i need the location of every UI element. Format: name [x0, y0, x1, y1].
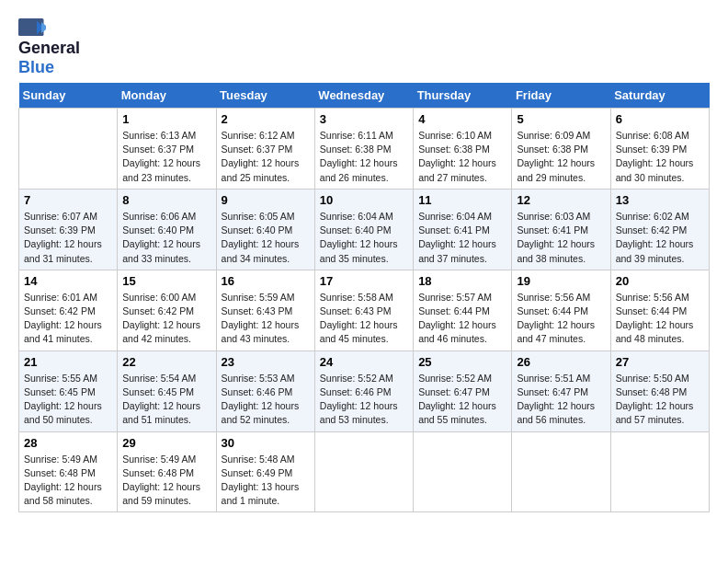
day-number: 28: [24, 436, 112, 450]
logo-text: General Blue: [18, 39, 80, 77]
logo: General Blue: [18, 18, 80, 77]
calendar-week-3: 14Sunrise: 6:01 AM Sunset: 6:42 PM Dayli…: [19, 270, 710, 350]
calendar-cell: 2Sunrise: 6:12 AM Sunset: 6:37 PM Daylig…: [216, 109, 314, 190]
calendar-cell: 14Sunrise: 6:01 AM Sunset: 6:42 PM Dayli…: [19, 270, 118, 350]
calendar-cell: 30Sunrise: 5:48 AM Sunset: 6:49 PM Dayli…: [216, 431, 314, 512]
day-number: 12: [517, 193, 605, 207]
day-number: 15: [122, 274, 210, 288]
day-number: 7: [24, 193, 112, 207]
day-content: Sunrise: 5:53 AM Sunset: 6:46 PM Dayligh…: [222, 372, 310, 428]
calendar-cell: 8Sunrise: 6:06 AM Sunset: 6:40 PM Daylig…: [118, 189, 216, 270]
day-number: 2: [222, 112, 310, 126]
day-content: Sunrise: 5:54 AM Sunset: 6:45 PM Dayligh…: [122, 372, 210, 428]
calendar-cell: 28Sunrise: 5:49 AM Sunset: 6:48 PM Dayli…: [19, 431, 118, 512]
calendar-cell: 19Sunrise: 5:56 AM Sunset: 6:44 PM Dayli…: [512, 270, 610, 350]
day-number: 19: [517, 274, 605, 288]
day-content: Sunrise: 5:56 AM Sunset: 6:44 PM Dayligh…: [616, 291, 704, 347]
calendar-cell: [512, 431, 610, 512]
day-content: Sunrise: 6:04 AM Sunset: 6:40 PM Dayligh…: [320, 210, 408, 266]
day-content: Sunrise: 5:49 AM Sunset: 6:48 PM Dayligh…: [122, 453, 210, 509]
calendar-cell: 7Sunrise: 6:07 AM Sunset: 6:39 PM Daylig…: [19, 189, 118, 270]
calendar-cell: 6Sunrise: 6:08 AM Sunset: 6:39 PM Daylig…: [610, 109, 709, 190]
calendar-cell: 13Sunrise: 6:02 AM Sunset: 6:42 PM Dayli…: [610, 189, 709, 270]
weekday-sunday: Sunday: [19, 83, 118, 109]
calendar-week-2: 7Sunrise: 6:07 AM Sunset: 6:39 PM Daylig…: [19, 189, 710, 270]
weekday-thursday: Thursday: [414, 83, 512, 109]
day-number: 22: [122, 355, 210, 369]
day-number: 16: [222, 274, 310, 288]
day-number: 14: [24, 274, 112, 288]
calendar-cell: [19, 109, 118, 190]
calendar-cell: 1Sunrise: 6:13 AM Sunset: 6:37 PM Daylig…: [118, 109, 216, 190]
day-content: Sunrise: 6:03 AM Sunset: 6:41 PM Dayligh…: [517, 210, 605, 266]
day-number: 29: [122, 436, 210, 450]
calendar-cell: 22Sunrise: 5:54 AM Sunset: 6:45 PM Dayli…: [118, 350, 216, 431]
calendar-cell: [314, 431, 413, 512]
day-content: Sunrise: 6:11 AM Sunset: 6:38 PM Dayligh…: [320, 129, 408, 185]
day-number: 20: [616, 274, 704, 288]
calendar-body: 1Sunrise: 6:13 AM Sunset: 6:37 PM Daylig…: [19, 109, 710, 512]
calendar-cell: 27Sunrise: 5:50 AM Sunset: 6:48 PM Dayli…: [610, 350, 709, 431]
calendar-cell: 12Sunrise: 6:03 AM Sunset: 6:41 PM Dayli…: [512, 189, 610, 270]
calendar-header: SundayMondayTuesdayWednesdayThursdayFrid…: [19, 83, 710, 109]
day-number: 23: [222, 355, 310, 369]
header: General Blue: [18, 18, 710, 77]
day-number: 21: [24, 355, 112, 369]
day-content: Sunrise: 5:48 AM Sunset: 6:49 PM Dayligh…: [222, 453, 310, 509]
weekday-wednesday: Wednesday: [314, 83, 413, 109]
calendar-cell: 15Sunrise: 6:00 AM Sunset: 6:42 PM Dayli…: [118, 270, 216, 350]
day-number: 25: [418, 355, 506, 369]
day-number: 4: [418, 112, 506, 126]
day-content: Sunrise: 6:10 AM Sunset: 6:38 PM Dayligh…: [418, 129, 506, 185]
day-number: 6: [616, 112, 704, 126]
day-content: Sunrise: 5:51 AM Sunset: 6:47 PM Dayligh…: [517, 372, 605, 428]
day-content: Sunrise: 6:02 AM Sunset: 6:42 PM Dayligh…: [616, 210, 704, 266]
weekday-header-row: SundayMondayTuesdayWednesdayThursdayFrid…: [19, 83, 710, 109]
calendar-cell: [610, 431, 709, 512]
day-number: 8: [122, 193, 210, 207]
day-content: Sunrise: 5:52 AM Sunset: 6:47 PM Dayligh…: [418, 372, 506, 428]
calendar-cell: 29Sunrise: 5:49 AM Sunset: 6:48 PM Dayli…: [118, 431, 216, 512]
calendar-cell: 20Sunrise: 5:56 AM Sunset: 6:44 PM Dayli…: [610, 270, 709, 350]
day-content: Sunrise: 5:59 AM Sunset: 6:43 PM Dayligh…: [222, 291, 310, 347]
day-number: 3: [320, 112, 408, 126]
day-content: Sunrise: 6:12 AM Sunset: 6:37 PM Dayligh…: [222, 129, 310, 185]
day-number: 18: [418, 274, 506, 288]
day-number: 13: [616, 193, 704, 207]
calendar-cell: 9Sunrise: 6:05 AM Sunset: 6:40 PM Daylig…: [216, 189, 314, 270]
day-content: Sunrise: 6:04 AM Sunset: 6:41 PM Dayligh…: [418, 210, 506, 266]
calendar-cell: 17Sunrise: 5:58 AM Sunset: 6:43 PM Dayli…: [314, 270, 413, 350]
day-number: 17: [320, 274, 408, 288]
calendar-cell: 23Sunrise: 5:53 AM Sunset: 6:46 PM Dayli…: [216, 350, 314, 431]
calendar-cell: [414, 431, 512, 512]
day-content: Sunrise: 5:56 AM Sunset: 6:44 PM Dayligh…: [517, 291, 605, 347]
calendar-week-1: 1Sunrise: 6:13 AM Sunset: 6:37 PM Daylig…: [19, 109, 710, 190]
calendar-cell: 5Sunrise: 6:09 AM Sunset: 6:38 PM Daylig…: [512, 109, 610, 190]
calendar-cell: 21Sunrise: 5:55 AM Sunset: 6:45 PM Dayli…: [19, 350, 118, 431]
day-content: Sunrise: 6:09 AM Sunset: 6:38 PM Dayligh…: [517, 129, 605, 185]
day-content: Sunrise: 5:49 AM Sunset: 6:48 PM Dayligh…: [24, 453, 112, 509]
weekday-friday: Friday: [512, 83, 610, 109]
day-content: Sunrise: 5:55 AM Sunset: 6:45 PM Dayligh…: [24, 372, 112, 428]
day-content: Sunrise: 5:57 AM Sunset: 6:44 PM Dayligh…: [418, 291, 506, 347]
day-content: Sunrise: 5:52 AM Sunset: 6:46 PM Dayligh…: [320, 372, 408, 428]
weekday-saturday: Saturday: [610, 83, 709, 109]
calendar-week-4: 21Sunrise: 5:55 AM Sunset: 6:45 PM Dayli…: [19, 350, 710, 431]
day-number: 26: [517, 355, 605, 369]
day-content: Sunrise: 6:13 AM Sunset: 6:37 PM Dayligh…: [122, 129, 210, 185]
calendar-cell: 25Sunrise: 5:52 AM Sunset: 6:47 PM Dayli…: [414, 350, 512, 431]
calendar-cell: 4Sunrise: 6:10 AM Sunset: 6:38 PM Daylig…: [414, 109, 512, 190]
calendar-week-5: 28Sunrise: 5:49 AM Sunset: 6:48 PM Dayli…: [19, 431, 710, 512]
day-number: 1: [122, 112, 210, 126]
calendar-cell: 11Sunrise: 6:04 AM Sunset: 6:41 PM Dayli…: [414, 189, 512, 270]
day-content: Sunrise: 6:00 AM Sunset: 6:42 PM Dayligh…: [122, 291, 210, 347]
day-content: Sunrise: 6:07 AM Sunset: 6:39 PM Dayligh…: [24, 210, 112, 266]
day-number: 30: [222, 436, 310, 450]
calendar-cell: 10Sunrise: 6:04 AM Sunset: 6:40 PM Dayli…: [314, 189, 413, 270]
calendar-cell: 26Sunrise: 5:51 AM Sunset: 6:47 PM Dayli…: [512, 350, 610, 431]
day-content: Sunrise: 6:06 AM Sunset: 6:40 PM Dayligh…: [122, 210, 210, 266]
weekday-tuesday: Tuesday: [216, 83, 314, 109]
logo-graphic: [18, 18, 46, 37]
day-content: Sunrise: 5:58 AM Sunset: 6:43 PM Dayligh…: [320, 291, 408, 347]
day-number: 5: [517, 112, 605, 126]
